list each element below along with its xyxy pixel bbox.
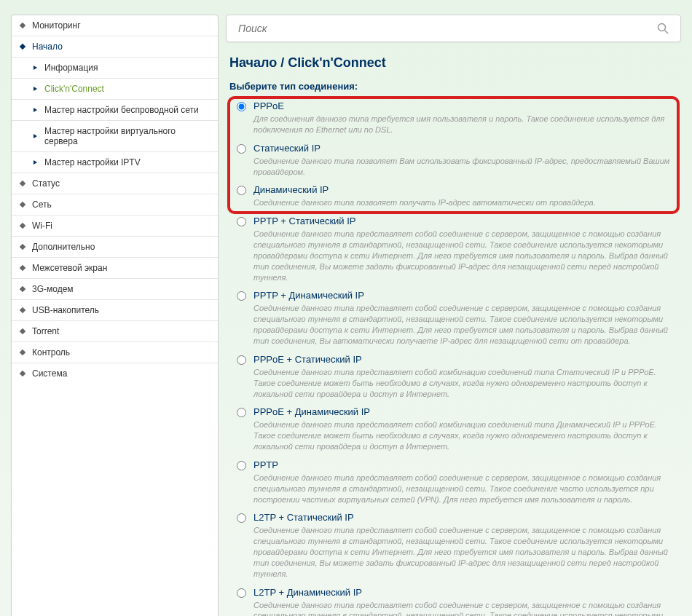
diamond-icon — [20, 328, 25, 334]
connection-option: L2TP + Статический IPСоединение данного … — [229, 509, 677, 582]
diamond-icon — [20, 286, 25, 292]
option-description: Соединение данного типа позволяет получа… — [253, 197, 670, 208]
arrow-right-icon — [34, 160, 37, 165]
sidebar-item[interactable]: Статус — [12, 173, 218, 194]
connection-radio[interactable] — [237, 408, 246, 417]
sidebar-item[interactable]: Мастер настройки виртуального сервера — [12, 121, 218, 152]
connection-option: Статический IPСоединение данного типа по… — [229, 140, 677, 181]
sidebar-item-label: USB-накопитель — [32, 305, 99, 315]
sidebar-item[interactable]: Сеть — [12, 194, 218, 216]
sidebar-item[interactable]: Система — [12, 363, 218, 384]
sidebar-item-label: Мастер настройки виртуального сервера — [44, 126, 209, 146]
option-content: Статический IPСоединение данного типа по… — [253, 143, 677, 178]
search-input[interactable] — [238, 23, 657, 34]
option-label: PPPoE + Динамический IP — [253, 406, 670, 417]
sidebar-item[interactable]: Дополнительно — [12, 237, 218, 258]
sidebar-item-label: Мониторинг — [32, 20, 81, 31]
connection-option: Динамический IPСоединение данного типа п… — [229, 181, 677, 211]
diamond-icon — [20, 223, 25, 229]
option-description: Соединение данного типа представляет соб… — [253, 229, 670, 283]
option-content: L2TP + Динамический IPСоединение данного… — [253, 587, 677, 616]
connection-radio[interactable] — [237, 513, 246, 523]
diamond-icon — [20, 307, 25, 313]
sidebar-item-label: Torrent — [32, 326, 59, 336]
sidebar-item[interactable]: Мониторинг — [12, 15, 218, 36]
sidebar-item-label: Система — [32, 368, 67, 379]
option-content: PPTPСоединение данного типа представляет… — [253, 459, 677, 505]
sidebar-item-label: Сеть — [32, 200, 52, 210]
sidebar-item-label: Статус — [32, 178, 60, 189]
option-content: PPPoE + Динамический IPСоединение данног… — [253, 406, 677, 452]
sidebar-item[interactable]: Начало — [12, 36, 218, 58]
diamond-icon — [20, 202, 25, 208]
option-content: PPPoEДля соединения данного типа требует… — [253, 100, 677, 135]
option-label: PPTP + Динамический IP — [253, 290, 670, 301]
connection-option: PPPoE + Статический IPСоединение данного… — [229, 351, 677, 403]
arrow-right-icon — [34, 66, 37, 70]
connection-radio[interactable] — [237, 144, 246, 154]
sidebar-item[interactable]: Информация — [12, 58, 218, 79]
sidebar-item[interactable]: 3G-модем — [12, 279, 218, 300]
search-bar — [226, 15, 681, 42]
option-label: PPTP — [253, 459, 670, 470]
connection-option: L2TP + Динамический IPСоединение данного… — [229, 584, 677, 616]
connection-radio[interactable] — [237, 291, 246, 301]
option-description: Соединение данного типа представляет соб… — [253, 473, 670, 505]
diamond-icon — [20, 244, 25, 250]
option-description: Соединение данного типа представляет соб… — [253, 419, 670, 452]
option-label: Динамический IP — [253, 184, 670, 195]
sidebar-item[interactable]: Click'n'Connect — [12, 79, 218, 100]
option-label: L2TP + Динамический IP — [253, 587, 670, 598]
sidebar-item[interactable]: Межсетевой экран — [12, 258, 218, 279]
option-label: PPTP + Статический IP — [253, 216, 670, 226]
sidebar-item-label: Межсетевой экран — [32, 263, 107, 273]
arrow-right-icon — [34, 108, 37, 112]
connection-radio[interactable] — [237, 461, 246, 470]
arrow-right-icon — [34, 134, 37, 138]
option-description: Соединение данного типа позволяет Вам ис… — [253, 156, 670, 178]
section-title: Выберите тип соединения: — [229, 81, 677, 92]
sidebar-item-label: Начало — [32, 42, 63, 52]
breadcrumb: Начало / Click'n'Connect — [229, 55, 677, 71]
connection-option: PPTPСоединение данного типа представляет… — [229, 457, 677, 508]
sidebar-item-label: Wi-Fi — [32, 221, 52, 231]
option-content: Динамический IPСоединение данного типа п… — [253, 184, 677, 208]
diamond-icon — [20, 265, 25, 271]
sidebar-item-label: Click'n'Connect — [44, 84, 104, 94]
option-description: Соединение данного типа представляет соб… — [253, 367, 670, 400]
option-content: PPTP + Динамический IPСоединение данного… — [253, 290, 677, 346]
sidebar-item-label: Мастер настройки беспроводной сети — [44, 105, 199, 115]
option-content: PPTP + Статический IPСоединение данного … — [253, 216, 677, 283]
sidebar-item-label: Дополнительно — [32, 242, 95, 252]
connection-radio[interactable] — [237, 355, 246, 365]
search-icon[interactable] — [657, 23, 669, 34]
diamond-icon — [20, 44, 25, 50]
option-label: L2TP + Статический IP — [253, 512, 670, 523]
sidebar-item[interactable]: USB-накопитель — [12, 300, 218, 321]
connection-radio[interactable] — [237, 102, 246, 111]
connection-option: PPTP + Статический IPСоединение данного … — [229, 213, 677, 285]
sidebar-item[interactable]: Мастер настройки IPTV — [12, 152, 218, 173]
connection-radio[interactable] — [237, 186, 246, 195]
sidebar-item-label: Контроль — [32, 347, 70, 358]
connection-option: PPPoEДля соединения данного типа требует… — [229, 98, 677, 138]
svg-point-0 — [658, 24, 666, 31]
diamond-icon — [20, 181, 25, 186]
option-description: Соединение данного типа представляет соб… — [253, 525, 670, 579]
diamond-icon — [20, 350, 25, 355]
sidebar-item[interactable]: Контроль — [12, 342, 218, 363]
connection-radio[interactable] — [237, 217, 246, 226]
sidebar-item-label: 3G-модем — [32, 284, 74, 294]
option-label: PPPoE — [253, 100, 670, 111]
sidebar-item[interactable]: Wi-Fi — [12, 216, 218, 237]
diamond-icon — [20, 371, 25, 376]
connection-options: PPPoEДля соединения данного типа требует… — [229, 98, 677, 616]
connection-radio[interactable] — [237, 588, 246, 598]
option-content: L2TP + Статический IPСоединение данного … — [253, 512, 677, 579]
sidebar-item[interactable]: Мастер настройки беспроводной сети — [12, 100, 218, 121]
option-description: Для соединения данного типа требуется им… — [253, 114, 670, 135]
connection-option: PPPoE + Динамический IPСоединение данног… — [229, 403, 677, 455]
connection-option: PPTP + Динамический IPСоединение данного… — [229, 287, 677, 349]
option-label: Статический IP — [253, 143, 670, 154]
sidebar-item[interactable]: Torrent — [12, 321, 218, 342]
